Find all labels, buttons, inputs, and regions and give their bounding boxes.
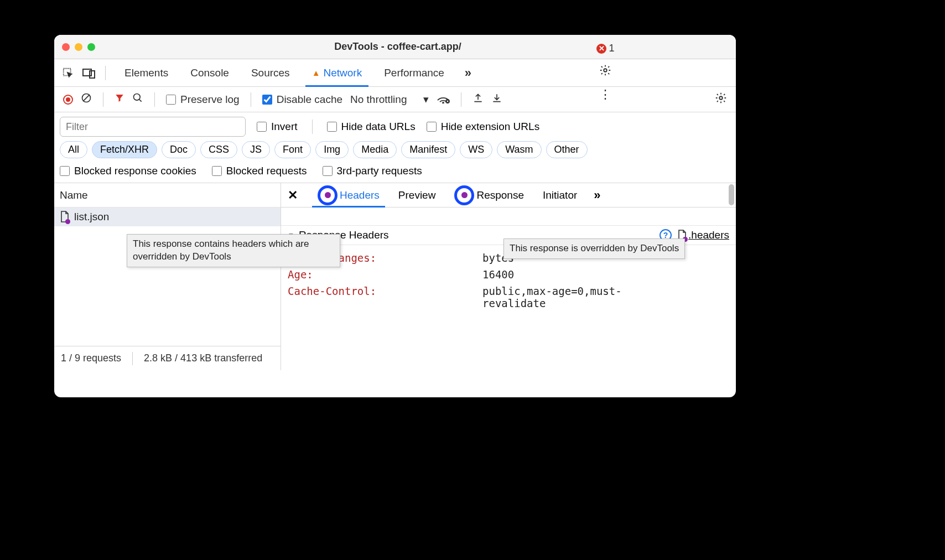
filter-funnel-icon[interactable]	[115, 93, 124, 106]
kebab-menu-icon[interactable]: ⋮	[597, 86, 614, 103]
tab-elements[interactable]: Elements	[113, 59, 179, 86]
search-icon[interactable]	[132, 92, 143, 106]
header-key: Age:	[288, 268, 482, 281]
transfer-size: 2.8 kB / 413 kB transferred	[144, 352, 262, 364]
tab-network[interactable]: ▲Network	[301, 59, 373, 86]
detail-tab-response[interactable]: Response	[452, 183, 526, 207]
blocked-cookies-checkbox[interactable]: Blocked response cookies	[60, 165, 196, 177]
svg-point-6	[134, 94, 141, 101]
inspect-element-icon[interactable]	[60, 65, 76, 81]
detail-tab-headers[interactable]: Headers	[315, 183, 382, 207]
override-dot-icon	[65, 219, 70, 224]
window-controls	[62, 43, 95, 51]
detail-tab-initiator[interactable]: Initiator	[541, 183, 579, 207]
svg-point-8	[443, 102, 444, 103]
detail-tab-preview[interactable]: Preview	[396, 183, 438, 207]
request-count: 1 / 9 requests	[61, 352, 121, 364]
tab-console[interactable]: Console	[179, 59, 240, 86]
svg-point-3	[604, 69, 608, 72]
error-count[interactable]: ✕ 1	[596, 43, 614, 54]
header-value: 16400	[482, 268, 514, 281]
svg-rect-2	[90, 71, 95, 78]
pill-doc[interactable]: Doc	[162, 141, 196, 158]
header-value: public,max-age=0,must-revalidate	[482, 285, 660, 309]
record-icon[interactable]	[63, 95, 73, 105]
clear-icon[interactable]	[81, 92, 92, 106]
minimize-window-icon[interactable]	[75, 43, 82, 51]
network-content: Name list.json 1 / 9 requests 2.8 kB / 4…	[54, 183, 736, 370]
pill-manifest[interactable]: Manifest	[401, 141, 455, 158]
blocked-requests-checkbox[interactable]: Blocked requests	[212, 165, 307, 177]
override-indicator-icon	[318, 185, 338, 205]
error-icon: ✕	[596, 44, 606, 54]
more-tabs-icon[interactable]: »	[460, 65, 476, 81]
svg-line-7	[139, 100, 142, 102]
pill-fetch-xhr[interactable]: Fetch/XHR	[92, 141, 157, 158]
third-party-checkbox[interactable]: 3rd-party requests	[323, 165, 422, 177]
hide-extension-urls-checkbox[interactable]: Hide extension URLs	[427, 121, 539, 133]
status-bar: 1 / 9 requests 2.8 kB / 413 kB transferr…	[54, 346, 281, 370]
tab-sources[interactable]: Sources	[240, 59, 301, 86]
zoom-window-icon[interactable]	[87, 43, 95, 51]
throttling-select[interactable]: No throttling▾	[350, 93, 429, 106]
pill-js[interactable]: JS	[242, 141, 270, 158]
header-row: Cache-Control: public,max-age=0,must-rev…	[288, 283, 729, 312]
header-key: Cache-Control:	[288, 285, 482, 309]
hide-data-urls-checkbox[interactable]: Hide data URLs	[327, 121, 416, 133]
network-conditions-icon[interactable]	[437, 92, 450, 106]
close-window-icon[interactable]	[62, 43, 70, 51]
request-row[interactable]: list.json	[54, 208, 281, 226]
pill-ws[interactable]: WS	[460, 141, 492, 158]
devtools-window: DevTools - coffee-cart.app/ Elements Con…	[54, 35, 736, 397]
disable-cache-checkbox[interactable]: Disable cache	[262, 94, 342, 106]
preserve-log-checkbox[interactable]: Preserve log	[166, 94, 240, 106]
more-filters-row: Blocked response cookies Blocked request…	[54, 163, 736, 183]
detail-tabs: ✕ Headers Preview Response Initiator »	[281, 183, 736, 208]
override-indicator-icon	[454, 185, 474, 205]
pill-font[interactable]: Font	[274, 141, 311, 158]
settings-gear-icon[interactable]	[597, 62, 614, 79]
pill-other[interactable]: Other	[546, 141, 588, 158]
tab-performance[interactable]: Performance	[373, 59, 455, 86]
warning-icon: ▲	[312, 68, 320, 77]
request-name: list.json	[74, 211, 109, 223]
column-header-name[interactable]: Name	[54, 183, 281, 208]
pill-img[interactable]: Img	[315, 141, 349, 158]
scrollbar-thumb[interactable]	[729, 184, 734, 205]
request-detail-pane: ✕ Headers Preview Response Initiator » ▼…	[281, 183, 736, 370]
tooltip-response-override: This response is overridden by DevTools	[503, 238, 685, 259]
svg-line-5	[83, 95, 90, 101]
pill-all[interactable]: All	[60, 141, 87, 158]
type-filter-row: All Fetch/XHR Doc CSS JS Font Img Media …	[54, 139, 736, 163]
filter-bar: Invert Hide data URLs Hide extension URL…	[54, 112, 736, 139]
pill-wasm[interactable]: Wasm	[497, 141, 541, 158]
close-detail-icon[interactable]: ✕	[288, 188, 298, 203]
invert-checkbox[interactable]: Invert	[257, 121, 298, 133]
device-toolbar-icon[interactable]	[81, 65, 97, 81]
main-tabbar: Elements Console Sources ▲Network Perfor…	[54, 59, 736, 87]
header-row: Age: 16400	[288, 266, 729, 283]
pill-css[interactable]: CSS	[200, 141, 237, 158]
tooltip-headers-override: This response contains headers which are…	[127, 234, 340, 267]
filter-input[interactable]	[60, 117, 246, 137]
pill-media[interactable]: Media	[353, 141, 397, 158]
file-icon	[60, 211, 70, 223]
more-detail-tabs-icon[interactable]: »	[594, 188, 600, 203]
request-list-pane: Name list.json 1 / 9 requests 2.8 kB / 4…	[54, 183, 281, 370]
